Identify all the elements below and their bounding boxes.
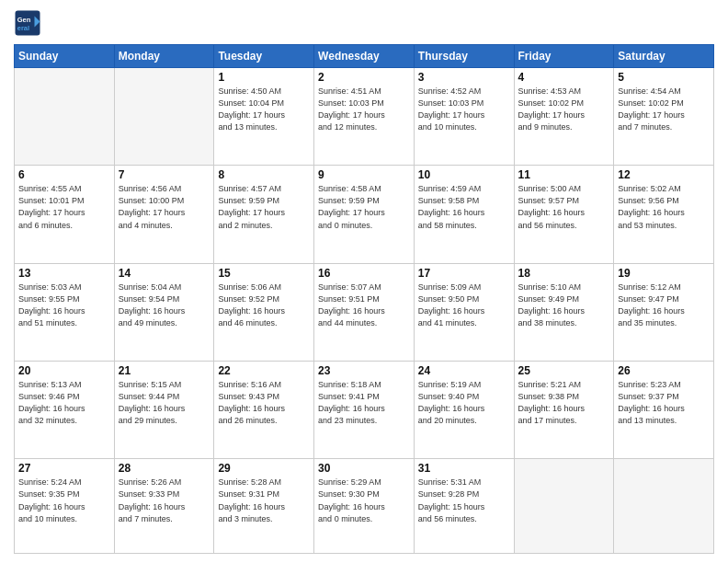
- svg-text:eral: eral: [17, 24, 29, 32]
- calendar-cell: 25Sunrise: 5:21 AM Sunset: 9:38 PM Dayli…: [514, 362, 614, 459]
- weekday-header: Tuesday: [214, 45, 314, 68]
- day-number: 23: [318, 364, 410, 377]
- calendar-cell: [114, 68, 214, 166]
- calendar-cell: 15Sunrise: 5:06 AM Sunset: 9:52 PM Dayli…: [214, 263, 314, 361]
- calendar-cell: [614, 459, 714, 554]
- calendar-cell: 16Sunrise: 5:07 AM Sunset: 9:51 PM Dayli…: [314, 263, 415, 361]
- day-number: 2: [318, 71, 410, 84]
- day-detail: Sunrise: 5:00 AM Sunset: 9:57 PM Dayligh…: [518, 183, 610, 231]
- calendar-cell: 21Sunrise: 5:15 AM Sunset: 9:44 PM Dayli…: [114, 362, 214, 459]
- calendar-cell: 1Sunrise: 4:50 AM Sunset: 10:04 PM Dayli…: [214, 68, 314, 166]
- day-detail: Sunrise: 5:21 AM Sunset: 9:38 PM Dayligh…: [518, 379, 610, 427]
- day-detail: Sunrise: 5:16 AM Sunset: 9:43 PM Dayligh…: [218, 379, 310, 427]
- calendar-cell: 8Sunrise: 4:57 AM Sunset: 9:59 PM Daylig…: [214, 166, 314, 263]
- calendar-cell: 10Sunrise: 4:59 AM Sunset: 9:58 PM Dayli…: [414, 166, 514, 263]
- day-number: 30: [318, 462, 410, 475]
- day-detail: Sunrise: 4:58 AM Sunset: 9:59 PM Dayligh…: [318, 183, 410, 231]
- day-number: 6: [18, 168, 110, 181]
- calendar-cell: 30Sunrise: 5:29 AM Sunset: 9:30 PM Dayli…: [314, 459, 415, 554]
- weekday-header: Friday: [514, 45, 614, 68]
- day-number: 25: [518, 364, 610, 377]
- day-number: 29: [218, 462, 310, 475]
- day-number: 17: [418, 267, 510, 280]
- calendar-cell: 20Sunrise: 5:13 AM Sunset: 9:46 PM Dayli…: [15, 362, 115, 459]
- calendar-cell: 3Sunrise: 4:52 AM Sunset: 10:03 PM Dayli…: [414, 68, 514, 166]
- day-detail: Sunrise: 4:53 AM Sunset: 10:02 PM Daylig…: [518, 86, 610, 133]
- day-detail: Sunrise: 5:03 AM Sunset: 9:55 PM Dayligh…: [18, 282, 110, 329]
- day-number: 3: [418, 71, 510, 84]
- logo-icon: Gen eral: [14, 9, 41, 37]
- day-detail: Sunrise: 5:19 AM Sunset: 9:40 PM Dayligh…: [418, 379, 510, 427]
- calendar-cell: 27Sunrise: 5:24 AM Sunset: 9:35 PM Dayli…: [15, 459, 115, 554]
- day-number: 21: [119, 364, 210, 377]
- calendar-week-row: 1Sunrise: 4:50 AM Sunset: 10:04 PM Dayli…: [15, 68, 714, 166]
- day-number: 27: [18, 462, 110, 475]
- day-number: 4: [518, 71, 610, 84]
- weekday-header: Sunday: [15, 45, 115, 68]
- calendar-cell: 23Sunrise: 5:18 AM Sunset: 9:41 PM Dayli…: [314, 362, 415, 459]
- calendar-cell: 7Sunrise: 4:56 AM Sunset: 10:00 PM Dayli…: [114, 166, 214, 263]
- calendar-week-row: 6Sunrise: 4:55 AM Sunset: 10:01 PM Dayli…: [15, 166, 714, 263]
- day-detail: Sunrise: 4:56 AM Sunset: 10:00 PM Daylig…: [119, 183, 210, 231]
- day-detail: Sunrise: 4:59 AM Sunset: 9:58 PM Dayligh…: [418, 183, 510, 231]
- day-detail: Sunrise: 4:51 AM Sunset: 10:03 PM Daylig…: [318, 86, 410, 133]
- calendar-cell: [15, 68, 115, 166]
- weekday-header: Wednesday: [314, 45, 415, 68]
- day-detail: Sunrise: 5:24 AM Sunset: 9:35 PM Dayligh…: [18, 477, 110, 524]
- day-detail: Sunrise: 5:07 AM Sunset: 9:51 PM Dayligh…: [318, 282, 410, 329]
- calendar-cell: 12Sunrise: 5:02 AM Sunset: 9:56 PM Dayli…: [614, 166, 714, 263]
- day-number: 22: [218, 364, 310, 377]
- day-number: 19: [618, 267, 710, 280]
- calendar-cell: 19Sunrise: 5:12 AM Sunset: 9:47 PM Dayli…: [614, 263, 714, 361]
- day-number: 11: [518, 168, 610, 181]
- day-detail: Sunrise: 5:31 AM Sunset: 9:28 PM Dayligh…: [418, 477, 510, 524]
- day-detail: Sunrise: 5:13 AM Sunset: 9:46 PM Dayligh…: [18, 379, 110, 427]
- day-number: 10: [418, 168, 510, 181]
- calendar-cell: 9Sunrise: 4:58 AM Sunset: 9:59 PM Daylig…: [314, 166, 415, 263]
- day-detail: Sunrise: 5:28 AM Sunset: 9:31 PM Dayligh…: [218, 477, 310, 524]
- day-detail: Sunrise: 5:09 AM Sunset: 9:50 PM Dayligh…: [418, 282, 510, 329]
- day-detail: Sunrise: 4:52 AM Sunset: 10:03 PM Daylig…: [418, 86, 510, 133]
- calendar-cell: 28Sunrise: 5:26 AM Sunset: 9:33 PM Dayli…: [114, 459, 214, 554]
- day-number: 16: [318, 267, 410, 280]
- calendar-table: SundayMondayTuesdayWednesdayThursdayFrid…: [14, 44, 714, 554]
- day-detail: Sunrise: 5:10 AM Sunset: 9:49 PM Dayligh…: [518, 282, 610, 329]
- logo: Gen eral: [14, 9, 45, 37]
- day-number: 28: [119, 462, 210, 475]
- day-detail: Sunrise: 5:18 AM Sunset: 9:41 PM Dayligh…: [318, 379, 410, 427]
- calendar-cell: 29Sunrise: 5:28 AM Sunset: 9:31 PM Dayli…: [214, 459, 314, 554]
- calendar-cell: [514, 459, 614, 554]
- day-number: 9: [318, 168, 410, 181]
- day-detail: Sunrise: 5:06 AM Sunset: 9:52 PM Dayligh…: [218, 282, 310, 329]
- day-number: 1: [218, 71, 310, 84]
- calendar-cell: 5Sunrise: 4:54 AM Sunset: 10:02 PM Dayli…: [614, 68, 714, 166]
- calendar-cell: 6Sunrise: 4:55 AM Sunset: 10:01 PM Dayli…: [15, 166, 115, 263]
- day-number: 8: [218, 168, 310, 181]
- calendar-week-row: 27Sunrise: 5:24 AM Sunset: 9:35 PM Dayli…: [15, 459, 714, 554]
- day-number: 24: [418, 364, 510, 377]
- calendar-week-row: 20Sunrise: 5:13 AM Sunset: 9:46 PM Dayli…: [15, 362, 714, 459]
- day-number: 13: [18, 267, 110, 280]
- weekday-header: Thursday: [414, 45, 514, 68]
- calendar-cell: 31Sunrise: 5:31 AM Sunset: 9:28 PM Dayli…: [414, 459, 514, 554]
- page: Gen eral SundayMondayTuesdayWednesdayThu…: [0, 0, 728, 563]
- calendar-week-row: 13Sunrise: 5:03 AM Sunset: 9:55 PM Dayli…: [15, 263, 714, 361]
- calendar-cell: 17Sunrise: 5:09 AM Sunset: 9:50 PM Dayli…: [414, 263, 514, 361]
- calendar-cell: 14Sunrise: 5:04 AM Sunset: 9:54 PM Dayli…: [114, 263, 214, 361]
- day-detail: Sunrise: 5:29 AM Sunset: 9:30 PM Dayligh…: [318, 477, 410, 524]
- day-detail: Sunrise: 5:04 AM Sunset: 9:54 PM Dayligh…: [119, 282, 210, 329]
- header: Gen eral: [14, 9, 714, 37]
- calendar-cell: 11Sunrise: 5:00 AM Sunset: 9:57 PM Dayli…: [514, 166, 614, 263]
- calendar-cell: 24Sunrise: 5:19 AM Sunset: 9:40 PM Dayli…: [414, 362, 514, 459]
- day-detail: Sunrise: 5:23 AM Sunset: 9:37 PM Dayligh…: [618, 379, 710, 427]
- day-number: 5: [618, 71, 710, 84]
- day-number: 26: [618, 364, 710, 377]
- day-detail: Sunrise: 5:02 AM Sunset: 9:56 PM Dayligh…: [618, 183, 710, 231]
- day-detail: Sunrise: 4:57 AM Sunset: 9:59 PM Dayligh…: [218, 183, 310, 231]
- day-detail: Sunrise: 5:26 AM Sunset: 9:33 PM Dayligh…: [119, 477, 210, 524]
- calendar-cell: 22Sunrise: 5:16 AM Sunset: 9:43 PM Dayli…: [214, 362, 314, 459]
- day-number: 18: [518, 267, 610, 280]
- calendar-cell: 26Sunrise: 5:23 AM Sunset: 9:37 PM Dayli…: [614, 362, 714, 459]
- day-detail: Sunrise: 5:15 AM Sunset: 9:44 PM Dayligh…: [119, 379, 210, 427]
- day-detail: Sunrise: 4:54 AM Sunset: 10:02 PM Daylig…: [618, 86, 710, 133]
